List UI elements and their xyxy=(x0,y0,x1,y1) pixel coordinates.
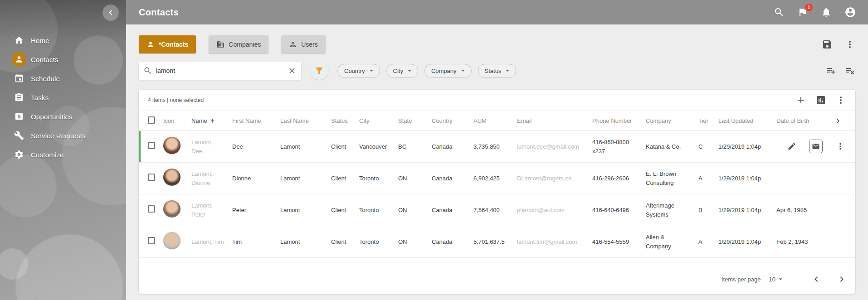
table-row[interactable]: Lamont, Tim Tim Lamont Client Toronto ON… xyxy=(139,226,855,258)
table-row[interactable]: Lamont, Peter Peter Lamont Client Toront… xyxy=(139,194,855,226)
flags-button[interactable]: 1 xyxy=(797,6,809,18)
notification-badge: 1 xyxy=(805,4,813,11)
sidebar-item-tasks[interactable]: Tasks xyxy=(0,88,126,107)
sidebar-item-label: Home xyxy=(31,37,49,44)
search-input[interactable] xyxy=(156,67,284,74)
table-header-row: Icon Name First Name Last Name Status Ci… xyxy=(139,111,855,131)
person-icon xyxy=(146,40,155,48)
account-circle-icon xyxy=(844,6,856,18)
gear-icon xyxy=(12,147,26,162)
person-icon xyxy=(12,52,26,67)
sidebar-item-label: Schedule xyxy=(31,75,60,82)
row-checkbox[interactable] xyxy=(148,237,155,244)
column-header-country[interactable]: Country xyxy=(428,111,470,131)
column-header-icon[interactable]: Icon xyxy=(160,111,188,131)
search-icon xyxy=(774,7,785,18)
cell-tier: B xyxy=(695,194,715,226)
avatar xyxy=(163,137,180,154)
sidebar-item-home[interactable]: Home xyxy=(0,31,126,50)
top-bar: Contacts 1 xyxy=(126,0,868,24)
filter-chip-status[interactable]: Status xyxy=(478,64,517,78)
cell-aum: 5,701,637.5 xyxy=(470,226,513,258)
column-header-city[interactable]: City xyxy=(356,111,395,131)
cell-email: plamont@aol.com xyxy=(513,194,589,226)
caret-down-icon xyxy=(459,67,467,74)
column-header-name[interactable]: Name xyxy=(188,111,229,131)
sidebar-item-customize[interactable]: Customize xyxy=(0,145,126,164)
chevron-right-icon xyxy=(834,116,843,126)
previous-page-button[interactable] xyxy=(811,274,822,285)
notifications-button[interactable] xyxy=(821,6,833,18)
edit-row-button[interactable] xyxy=(787,142,796,151)
row-menu-button[interactable] xyxy=(835,141,845,151)
tab-label: Companies xyxy=(229,41,261,48)
row-checkbox[interactable] xyxy=(148,205,155,213)
grid-menu-button[interactable] xyxy=(835,95,846,106)
scroll-columns-right-button[interactable] xyxy=(834,116,843,126)
multi-sort-clear-button[interactable] xyxy=(844,65,855,76)
cell-city: Vancouver xyxy=(356,131,395,163)
column-header-phone[interactable]: Phone Number xyxy=(589,111,642,131)
column-header-tier[interactable]: Tier xyxy=(695,111,715,131)
page-size-select[interactable]: 10 xyxy=(769,275,785,283)
cell-country: Canada xyxy=(428,194,470,226)
column-header-status[interactable]: Status xyxy=(327,111,356,131)
sidebar-item-contacts[interactable]: Contacts xyxy=(0,50,126,69)
next-page-button[interactable] xyxy=(836,274,847,285)
wrench-icon xyxy=(12,128,26,143)
filter-funnel-button[interactable] xyxy=(310,62,328,80)
topbar-actions: 1 xyxy=(774,6,868,18)
sidebar-collapse-button[interactable] xyxy=(102,5,119,21)
column-header-date-of-birth[interactable]: Date of Birth xyxy=(773,111,821,131)
sidebar-item-opportunities[interactable]: $ Opportunities xyxy=(0,107,126,126)
search-button[interactable] xyxy=(774,6,785,18)
add-record-button[interactable] xyxy=(795,95,806,106)
save-view-button[interactable] xyxy=(822,39,833,50)
cell-last-name: Lamont xyxy=(277,226,327,258)
sidebar-item-schedule[interactable]: Schedule xyxy=(0,69,126,88)
row-hover-actions xyxy=(760,137,855,156)
grid-toolbar-actions xyxy=(795,95,846,106)
cell-date-of-birth: Apr 6, 1985 xyxy=(773,194,821,226)
column-header-last-updated[interactable]: Last Updated xyxy=(715,111,773,131)
tab-users[interactable]: Users xyxy=(281,35,326,53)
view-menu-button[interactable] xyxy=(844,39,855,50)
row-checkbox[interactable] xyxy=(148,142,155,149)
cell-country: Canada xyxy=(428,226,470,258)
select-all-checkbox[interactable] xyxy=(148,116,155,124)
column-header-email[interactable]: Email xyxy=(513,111,589,131)
cell-company: Allen & Company xyxy=(642,226,695,258)
tab-companies[interactable]: Companies xyxy=(209,35,268,53)
cell-name: Lamont, Dionne xyxy=(188,163,229,194)
column-header-state[interactable]: State xyxy=(395,111,428,131)
cell-status: Client xyxy=(327,226,356,258)
tab-contacts[interactable]: *Contacts xyxy=(139,35,196,53)
column-header-first-name[interactable]: First Name xyxy=(229,111,277,131)
email-row-button[interactable] xyxy=(809,140,823,153)
clipboard-icon xyxy=(12,90,26,105)
cell-company: E. L. Brown Consulting xyxy=(642,163,695,194)
cell-aum: 6,902,425 xyxy=(470,163,513,194)
cell-email: lamont.tim@gmail.com xyxy=(513,226,589,258)
sidebar-item-service-requests[interactable]: Service Requests xyxy=(0,126,126,145)
column-header-company[interactable]: Company xyxy=(642,111,695,131)
more-vert-icon xyxy=(844,39,855,50)
more-vert-icon xyxy=(835,95,846,106)
column-header-aum[interactable]: AUM xyxy=(470,111,513,131)
cell-tier: A xyxy=(695,163,715,194)
cell-last-updated: 1/29/2019 1:04p xyxy=(715,194,773,226)
filter-chip-city[interactable]: City xyxy=(386,64,418,78)
items-per-page-label: Items per page xyxy=(722,276,761,283)
cell-first-name: Dee xyxy=(229,131,277,163)
chart-view-button[interactable] xyxy=(815,95,826,106)
multi-sort-add-button[interactable] xyxy=(825,65,836,76)
selection-summary: 4 items | none selected xyxy=(148,97,204,103)
row-checkbox[interactable] xyxy=(148,174,155,181)
table-row[interactable]: Lamont, Dee Dee Lamont Client Vancouver … xyxy=(139,131,855,163)
filter-chip-country[interactable]: Country xyxy=(337,64,380,78)
filter-chip-company[interactable]: Company xyxy=(424,64,472,78)
account-button[interactable] xyxy=(844,6,856,18)
table-row[interactable]: Lamont, Dionne Dionne Lamont Client Toro… xyxy=(139,163,855,194)
clear-search-button[interactable] xyxy=(288,66,297,75)
column-header-last-name[interactable]: Last Name xyxy=(277,111,327,131)
